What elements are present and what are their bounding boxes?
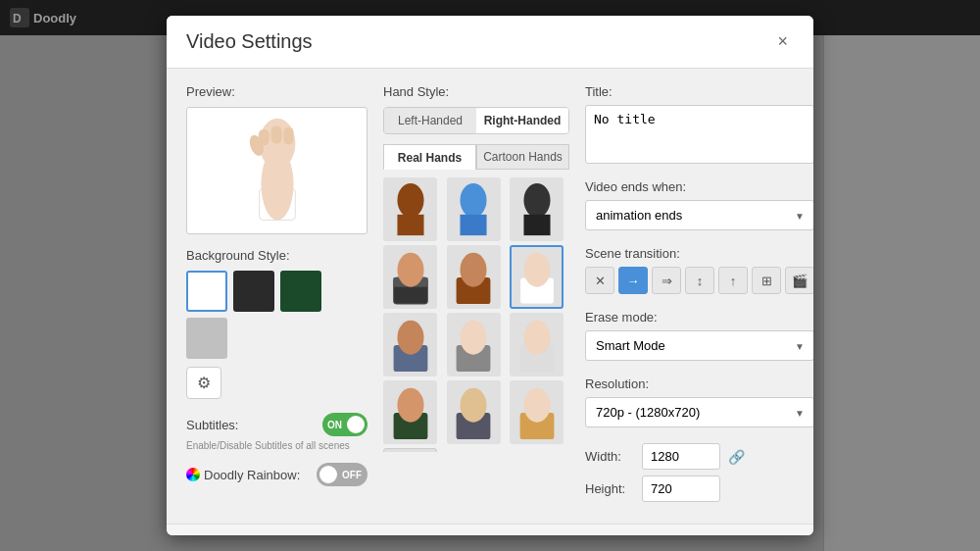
modal-title: Video Settings (186, 30, 313, 53)
video-ends-select[interactable]: animation ends last scene ends user clic… (585, 200, 813, 230)
transition-icons-group: ✕ → ⇒ ↕ ↑ ⊞ 🎬 (585, 267, 813, 294)
transition-icon-double-arrow[interactable]: ⇒ (652, 267, 681, 294)
subtitles-toggle-label: ON (327, 420, 342, 430)
rainbow-row: Doodly Rainbow: OFF (186, 463, 368, 486)
preview-box (186, 107, 368, 234)
title-label: Title: (585, 84, 813, 99)
erase-mode-select[interactable]: Smart Mode Erase All No Erase (585, 330, 813, 361)
subtitles-toggle-knob (347, 416, 365, 433)
erase-mode-select-wrapper: Smart Mode Erase All No Erase (585, 330, 813, 361)
tab-cartoon-hands[interactable]: Cartoon Hands (476, 144, 569, 170)
erase-mode-field-group: Erase mode: Smart Mode Erase All No Eras… (585, 310, 813, 361)
svg-point-25 (461, 320, 487, 354)
close-button[interactable]: × (771, 29, 794, 54)
rainbow-toggle-knob (319, 466, 337, 483)
svg-point-33 (523, 387, 550, 422)
modal-overlay: Video Settings × Preview: (0, 0, 980, 551)
width-label: Width: (585, 449, 634, 464)
hand-option-2[interactable] (447, 177, 501, 241)
tab-real-hands[interactable]: Real Hands (383, 144, 476, 170)
svg-rect-14 (523, 214, 550, 234)
scene-transition-group: Scene transition: ✕ → ⇒ ↕ ↑ ⊞ 🎬 (585, 246, 813, 294)
subtitles-description: Enable/Disable Subtitles of all scenes (186, 440, 368, 451)
hand-option-6[interactable] (510, 245, 564, 309)
resolution-select[interactable]: 720p - (1280x720) 1080p - (1920x1080) 48… (585, 397, 813, 427)
erase-mode-label: Erase mode: (585, 310, 813, 325)
video-ends-field-group: Video ends when: animation ends last sce… (585, 179, 813, 230)
right-column: Title: No title Video ends when: animati… (585, 84, 813, 508)
video-settings-modal: Video Settings × Preview: (167, 16, 813, 535)
rainbow-label-group: Doodly Rainbow: (186, 468, 300, 482)
transition-icon-updown[interactable]: ↕ (685, 267, 714, 294)
rainbow-toggle[interactable]: OFF (317, 463, 368, 486)
bg-swatches (186, 271, 368, 359)
svg-rect-7 (283, 127, 293, 144)
hand-handedness-tabs: Left-Handed Right-Handed (383, 107, 569, 134)
svg-rect-6 (270, 125, 281, 143)
hand-option-8[interactable] (447, 313, 501, 376)
svg-point-29 (397, 387, 423, 422)
no-hand-button[interactable]: NO HAND (383, 448, 437, 452)
hand-option-12[interactable] (510, 380, 564, 444)
swatch-white[interactable] (186, 271, 227, 312)
hand-option-4[interactable] (383, 245, 437, 309)
svg-point-17 (397, 252, 423, 286)
hand-option-9[interactable] (510, 313, 564, 376)
subtitles-label: Subtitles: (186, 418, 238, 432)
bg-settings-button[interactable]: ⚙ (186, 367, 221, 399)
swatch-green[interactable] (280, 271, 321, 312)
rainbow-circle-icon (186, 468, 200, 481)
svg-point-27 (523, 320, 550, 354)
svg-point-21 (523, 252, 550, 286)
preview-label: Preview: (186, 84, 368, 99)
title-field-group: Title: No title (585, 84, 813, 164)
hand-option-5[interactable] (447, 245, 501, 309)
svg-point-11 (461, 182, 487, 217)
svg-rect-10 (397, 214, 423, 234)
scene-transition-label: Scene transition: (585, 246, 813, 261)
hand-option-10[interactable] (383, 380, 437, 444)
transition-icon-grid[interactable]: ⊞ (752, 267, 781, 294)
title-input[interactable]: No title (585, 105, 813, 164)
hand-option-3[interactable] (510, 177, 564, 241)
hand-option-1[interactable] (383, 177, 437, 241)
subtitles-toggle[interactable]: ON (322, 413, 368, 436)
link-icon: 🔗 (728, 449, 745, 465)
modal-footer: Enable AutoSave (Save video automaticall… (167, 524, 813, 535)
height-label: Height: (585, 481, 634, 496)
height-input[interactable] (642, 476, 720, 502)
svg-rect-12 (461, 214, 487, 234)
hand-option-11[interactable] (447, 380, 501, 444)
transition-icon-up[interactable]: ↑ (718, 267, 748, 294)
svg-point-31 (461, 387, 487, 422)
swatch-dark[interactable] (233, 271, 274, 312)
width-row: Width: 🔗 (585, 443, 813, 470)
rainbow-label: Doodly Rainbow: (204, 468, 300, 482)
svg-point-9 (397, 182, 423, 217)
hand-style-label: Hand Style: (383, 84, 569, 99)
width-input[interactable] (642, 443, 720, 470)
left-column: Preview: (186, 84, 368, 508)
modal-header: Video Settings × (167, 16, 813, 69)
hand-grid: NO HAND (383, 177, 569, 452)
bg-style-label: Background Style: (186, 248, 368, 263)
height-row: Height: (585, 476, 813, 502)
background-style-section: Background Style: ⚙ (186, 248, 368, 399)
transition-icon-camera[interactable]: 🎬 (785, 267, 813, 294)
svg-point-13 (523, 182, 550, 217)
tab-right-handed[interactable]: Right-Handed (476, 108, 568, 133)
video-ends-select-wrapper: animation ends last scene ends user clic… (585, 200, 813, 230)
hand-type-tabs: Real Hands Cartoon Hands (383, 144, 569, 170)
hand-style-column: Hand Style: Left-Handed Right-Handed Rea… (383, 84, 569, 508)
video-ends-label: Video ends when: (585, 179, 813, 194)
hand-option-7[interactable] (383, 313, 437, 376)
swatch-light-gray[interactable] (186, 318, 227, 359)
transition-icon-arrow[interactable]: → (618, 267, 648, 294)
transition-icon-x[interactable]: ✕ (585, 267, 614, 294)
rainbow-toggle-label: OFF (342, 470, 362, 480)
resolution-field-group: Resolution: 720p - (1280x720) 1080p - (1… (585, 376, 813, 427)
resolution-label: Resolution: (585, 376, 813, 391)
tab-left-handed[interactable]: Left-Handed (384, 108, 476, 133)
modal-body: Preview: (167, 69, 813, 524)
svg-point-19 (461, 252, 487, 286)
